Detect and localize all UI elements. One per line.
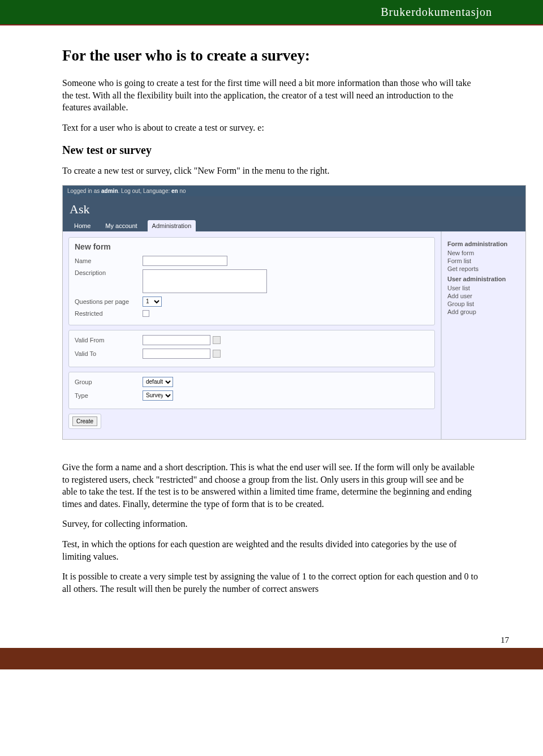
input-valid-from[interactable]: [143, 335, 210, 345]
row-valid-from: Valid From: [75, 335, 429, 345]
side-link-group-list[interactable]: Group list: [447, 300, 520, 307]
row-restricted: Restricted: [75, 310, 429, 317]
create-button[interactable]: Create: [72, 416, 97, 426]
ss-header: Ask Home My account Administration: [63, 196, 525, 231]
header-bar: Brukerdokumentasjon: [0, 0, 543, 25]
side-link-get-reports[interactable]: Get reports: [447, 265, 520, 272]
calendar-icon[interactable]: [213, 336, 221, 344]
paragraph: Text for a user who is about to create a…: [62, 122, 481, 134]
header-title: Brukerdokumentasjon: [381, 6, 492, 19]
ss-sidebar: Form administration New form Form list G…: [441, 231, 525, 439]
ss-nav: Home My account Administration: [70, 220, 519, 231]
side-head-form-admin: Form administration: [447, 240, 520, 247]
row-valid-to: Valid To: [75, 349, 429, 359]
nav-home[interactable]: Home: [70, 220, 95, 231]
label-valid-to: Valid To: [75, 350, 143, 357]
paragraph: Survey, for collecting information.: [62, 518, 481, 530]
row-name: Name: [75, 256, 429, 266]
calendar-icon[interactable]: [213, 350, 221, 358]
nav-administration[interactable]: Administration: [148, 220, 196, 231]
row-group: Group default: [75, 377, 429, 387]
input-description[interactable]: [143, 269, 267, 293]
select-group[interactable]: default: [143, 377, 173, 387]
side-link-add-group[interactable]: Add group: [447, 308, 520, 315]
footer-bar: 17: [0, 648, 543, 669]
panel-title: New form: [75, 242, 429, 251]
paragraph: To create a new test or survey, click "N…: [62, 165, 481, 177]
input-valid-to[interactable]: [143, 349, 210, 359]
row-type: Type Survey: [75, 390, 429, 401]
login-status: Logged in as: [67, 188, 101, 194]
lang-no[interactable]: no: [178, 188, 186, 194]
label-group: Group: [75, 379, 143, 385]
page-heading: For the user who is to create a survey:: [62, 47, 481, 65]
paragraph: Someone who is going to create a test fo…: [62, 77, 481, 114]
login-user: admin: [101, 188, 118, 194]
label-description: Description: [75, 269, 143, 276]
label-valid-from: Valid From: [75, 337, 143, 343]
lang-label: Language:: [141, 188, 171, 194]
label-type: Type: [75, 392, 143, 399]
embedded-screenshot: Logged in as admin. Log out, Language: e…: [62, 185, 526, 440]
label-questions: Questions per page: [75, 298, 143, 305]
side-link-form-list[interactable]: Form list: [447, 257, 520, 264]
logout-link[interactable]: . Log out,: [118, 188, 142, 194]
label-restricted: Restricted: [75, 310, 143, 317]
document-content: For the user who is to create a survey: …: [0, 25, 543, 620]
ss-topbar: Logged in as admin. Log out, Language: e…: [63, 186, 525, 196]
panel-new-form: New form Name Description Questions per …: [68, 237, 435, 325]
nav-my-account[interactable]: My account: [101, 220, 141, 231]
label-name: Name: [75, 257, 143, 264]
ss-main: New form Name Description Questions per …: [63, 231, 441, 439]
page-number: 17: [501, 635, 509, 645]
row-questions: Questions per page 1: [75, 297, 429, 307]
section-heading: New test or survey: [62, 144, 481, 157]
lang-en[interactable]: en: [171, 188, 178, 194]
checkbox-restricted[interactable]: [143, 310, 149, 317]
app-logo: Ask: [70, 202, 519, 217]
panel-create: Create: [68, 414, 101, 429]
select-questions[interactable]: 1: [143, 297, 162, 307]
panel-group-type: Group default Type Survey: [68, 372, 435, 409]
paragraph: Test, in which the options for each ques…: [62, 538, 481, 562]
panel-validity: Valid From Valid To: [68, 330, 435, 367]
ss-body: New form Name Description Questions per …: [63, 231, 525, 439]
select-type[interactable]: Survey: [143, 390, 173, 401]
side-link-new-form[interactable]: New form: [447, 250, 520, 256]
side-link-user-list[interactable]: User list: [447, 285, 520, 291]
side-link-add-user[interactable]: Add user: [447, 293, 520, 299]
paragraph: Give the form a name and a short descrip…: [62, 461, 481, 510]
row-description: Description: [75, 269, 429, 293]
side-head-user-admin: User administration: [447, 276, 520, 282]
paragraph: It is possible to create a very simple t…: [62, 570, 481, 595]
input-name[interactable]: [143, 256, 227, 266]
